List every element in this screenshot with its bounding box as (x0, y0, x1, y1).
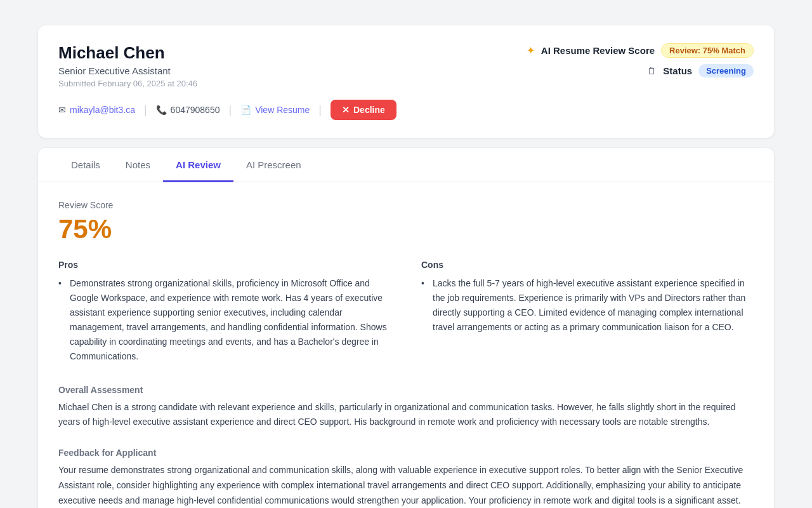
candidate-info: Michael Chen Senior Executive Assistant … (58, 43, 197, 88)
email-icon: ✉ (58, 105, 66, 115)
tabs-card: Details Notes AI Review AI Prescreen Rev… (38, 148, 774, 508)
tabs-row: Details Notes AI Review AI Prescreen (38, 148, 774, 182)
ai-score-row: ✦ AI Resume Review Score Review: 75% Mat… (527, 43, 754, 58)
overall-assessment-title: Overall Assessment (58, 385, 754, 395)
cons-list: Lacks the full 5-7 years of high-level e… (421, 276, 754, 335)
contact-row: ✉ mikayla@bit3.ca | 📞 6047908650 | 📄 Vie… (58, 100, 754, 120)
separator-2: | (228, 104, 232, 117)
status-badge: Screening (698, 64, 754, 77)
candidate-name: Michael Chen (58, 43, 197, 63)
status-label: Status (663, 65, 692, 76)
candidate-title: Senior Executive Assistant (58, 65, 197, 76)
resume-icon: 📄 (240, 105, 251, 115)
email-item: ✉ mikayla@bit3.ca (58, 105, 135, 115)
pros-column: Pros Demonstrates strong organizational … (58, 260, 391, 364)
separator-1: | (144, 104, 147, 117)
email-link[interactable]: mikayla@bit3.ca (70, 105, 135, 115)
cons-title: Cons (421, 260, 754, 270)
doc-icon: 🗒 (647, 65, 657, 76)
tab-notes[interactable]: Notes (113, 148, 163, 182)
decline-button[interactable]: ✕ Decline (331, 100, 396, 120)
header-right: ✦ AI Resume Review Score Review: 75% Mat… (527, 43, 754, 77)
pros-title: Pros (58, 260, 391, 270)
resume-item[interactable]: 📄 View Resume (240, 105, 310, 115)
ai-score-label: AI Resume Review Score (541, 45, 655, 56)
tab-ai-prescreen[interactable]: AI Prescreen (233, 148, 314, 182)
view-resume-link[interactable]: View Resume (255, 105, 310, 115)
cons-column: Cons Lacks the full 5-7 years of high-le… (421, 260, 754, 364)
separator-3: | (318, 104, 322, 117)
cons-item-1: Lacks the full 5-7 years of high-level e… (421, 276, 754, 335)
feedback-title: Feedback for Applicant (58, 448, 754, 458)
pros-list: Demonstrates strong organizational skill… (58, 276, 391, 364)
tab-details[interactable]: Details (58, 148, 113, 182)
header-row: Michael Chen Senior Executive Assistant … (58, 43, 754, 88)
tab-ai-review[interactable]: AI Review (163, 148, 233, 182)
overall-assessment-text: Michael Chen is a strong candidate with … (58, 400, 754, 431)
decline-label: Decline (353, 105, 385, 115)
pros-item-1: Demonstrates strong organizational skill… (58, 276, 391, 364)
candidate-header-card: Michael Chen Senior Executive Assistant … (38, 25, 774, 138)
pros-cons-row: Pros Demonstrates strong organizational … (58, 260, 754, 364)
score-badge: Review: 75% Match (661, 43, 754, 58)
phone-number: 6047908650 (171, 105, 220, 115)
feedback-text: Your resume demonstrates strong organiza… (58, 463, 754, 508)
sparkle-icon: ✦ (527, 44, 535, 57)
decline-icon: ✕ (342, 105, 350, 115)
phone-item: 📞 6047908650 (156, 105, 220, 115)
ai-review-content: Review Score 75% Pros Demonstrates stron… (38, 182, 774, 508)
phone-icon: 📞 (156, 105, 167, 115)
submitted-date: Submitted February 06, 2025 at 20:46 (58, 79, 197, 88)
review-score-value: 75% (58, 214, 754, 244)
review-score-label: Review Score (58, 200, 754, 210)
status-row: 🗒 Status Screening (647, 64, 754, 77)
